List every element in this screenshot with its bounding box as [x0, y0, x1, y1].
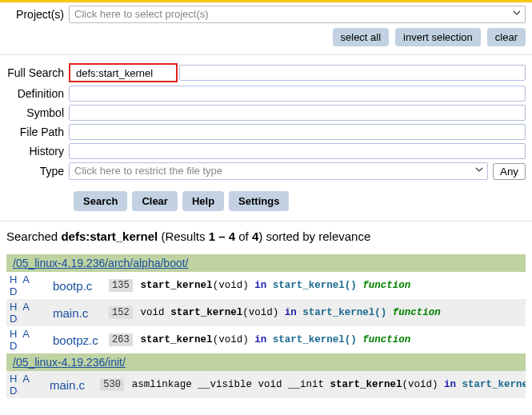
projects-label: Project(s) [6, 8, 69, 21]
definition-label: Definition [6, 87, 69, 100]
clear-projects-button[interactable]: clear [487, 28, 526, 46]
symbol-label: Symbol [6, 106, 69, 119]
directory-link[interactable]: /05_linux-4.19.236/arch/alpha/boot/ [6, 254, 526, 272]
result-row: H A Dmain.c152void start_kernel(void) in… [6, 299, 526, 326]
file-link[interactable]: main.c [42, 378, 97, 392]
history-input[interactable] [69, 143, 526, 159]
line-number[interactable]: 152 [109, 306, 133, 319]
had-link[interactable]: H A D [6, 301, 42, 325]
code-preview: asmlinkage __visible void __init start_k… [132, 379, 526, 390]
had-link[interactable]: H A D [6, 328, 42, 352]
type-select[interactable]: Click here to restrict the file type [69, 162, 488, 180]
history-label: History [6, 145, 69, 158]
definition-input[interactable] [69, 86, 526, 102]
file-link[interactable]: main.c [45, 306, 106, 320]
full-search-label: Full Search [6, 66, 69, 79]
any-type-button[interactable]: Any [493, 163, 526, 180]
type-label: Type [6, 165, 69, 178]
highlight-box [69, 63, 178, 82]
code-preview: void start_kernel(void) in start_kernel(… [141, 307, 441, 318]
had-link[interactable]: H A D [6, 273, 42, 297]
line-number[interactable]: 263 [109, 333, 133, 346]
search-button[interactable]: Search [74, 191, 127, 211]
file-path-label: File Path [6, 126, 69, 138]
projects-select[interactable]: Click here to select project(s) [69, 6, 526, 23]
code-preview: start_kernel(void) in start_kernel() fun… [141, 334, 411, 345]
select-all-button[interactable]: select all [333, 28, 390, 46]
file-link[interactable]: bootpz.c [45, 333, 106, 347]
code-preview: start_kernel(void) in start_kernel() fun… [141, 280, 411, 291]
clear-button[interactable]: Clear [132, 191, 178, 211]
result-row: H A Dbootpz.c263start_kernel(void) in st… [6, 326, 526, 353]
line-number[interactable]: 530 [100, 378, 124, 391]
help-button[interactable]: Help [182, 191, 224, 211]
result-row: H A Dmain.c530asmlinkage __visible void … [6, 371, 526, 398]
full-search-input-highlighted[interactable] [71, 66, 175, 80]
file-path-input[interactable] [69, 124, 526, 140]
line-number[interactable]: 135 [109, 279, 133, 292]
full-search-input[interactable] [179, 65, 526, 81]
invert-selection-button[interactable]: invert selection [395, 28, 481, 46]
settings-button[interactable]: Settings [229, 191, 289, 211]
file-link[interactable]: bootp.c [45, 279, 106, 293]
directory-link[interactable]: /05_linux-4.19.236/init/ [6, 353, 526, 371]
symbol-input[interactable] [69, 105, 526, 121]
had-link[interactable]: H A D [6, 373, 38, 397]
search-summary: Searched defs:start_kernel (Results 1 – … [6, 229, 526, 243]
result-row: H A Dbootp.c135start_kernel(void) in sta… [6, 272, 526, 299]
